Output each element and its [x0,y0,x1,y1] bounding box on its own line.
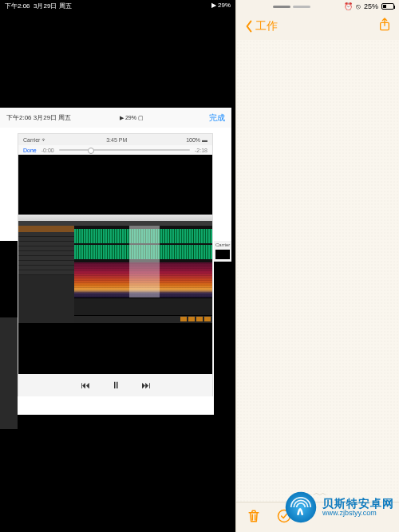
daw-waveform [74,226,212,262]
alarm-icon: ⏰ [344,2,353,10]
watermark: 贝斯特安卓网 www.zjbstyy.com [284,491,394,524]
prev-track-button[interactable]: ⏮ [81,380,90,391]
dnd-icon: ⦸ [356,2,361,11]
player-done-button[interactable]: Done [23,148,37,153]
notes-back-button[interactable]: 工作 [244,19,278,33]
media-player-card[interactable]: Carrier ᯤ 3:45 PM 100% ▬ Done -0:00 -2:1… [18,133,213,396]
notes-nav-bar: 工作 [236,13,399,40]
daw-screenshot [18,215,212,323]
player-video-area [18,155,212,374]
peek-carrier: Carrier [215,242,230,247]
modal-done-button[interactable]: 完成 [209,112,225,124]
svg-point-2 [286,492,317,523]
video-letterbox-top [18,155,212,215]
daw-editor-panel [74,226,212,323]
player-transport-controls: ⏮ ⏸ ⏭ [18,374,212,396]
watermark-logo-icon [284,491,318,524]
watermark-url: www.zjbstyy.com [322,510,394,517]
modal-header: 下午2:06 3月29日 周五 ▶ 29% ▢ 完成 [0,108,231,128]
chevron-left-icon [244,20,254,33]
daw-track-row [18,270,74,275]
modal-status-right: ▶ 29% ▢ [120,115,144,121]
battery-percent: 25% [364,2,378,10]
carousel-next-peek[interactable]: Carrier [214,241,231,504]
modal-status-left: 下午2:06 3月29日 周五 [6,113,71,122]
outer-ipad-status-bar: 下午2:06 3月29日 周五 ▶ 29% [0,0,235,11]
multitask-pill-icon[interactable] [293,6,310,8]
player-carrier: Carrier ᯤ [23,137,47,143]
player-scrubber[interactable] [59,149,190,151]
status-time: 下午2:06 3月29日 周五 [5,2,72,10]
player-time: 3:45 PM [106,137,127,143]
peek-mini-header: Carrier [214,241,231,262]
daw-window-titlebar [18,215,212,221]
player-remaining: -2:18 [195,148,207,153]
watermark-name: 贝斯特安卓网 [322,498,394,510]
notes-app-pane: ⏰ ⦸ 25% 工作 ︿︿ [235,0,399,532]
photo-browser-modal: 下午2:06 3月29日 周五 ▶ 29% ▢ 完成 Carrier Carri… [0,108,231,415]
waveform-selection [129,226,160,262]
next-track-button[interactable]: ⏭ [141,380,151,391]
player-status-bar: Carrier ᯤ 3:45 PM 100% ▬ [18,134,212,145]
status-indicators: ▶ 29% [211,2,231,10]
modal-inner-status: 下午2:06 3月29日 周五 [6,113,71,122]
left-split-pane: 下午2:06 3月29日 周五 ▶ 29% 下午2:06 3月29日 周五 ▶ … [0,0,235,532]
share-icon [378,17,391,33]
daw-status-bar [74,315,212,323]
player-elapsed: -0:00 [41,148,54,153]
battery-icon [381,3,394,10]
spectrogram-selection [129,262,160,298]
daw-track-panel [18,226,74,323]
daw-timeline-panel [74,298,212,315]
notes-delete-button[interactable] [246,508,262,527]
daw-body [18,226,212,323]
notes-share-button[interactable] [378,17,391,36]
notes-editor-body[interactable] [236,40,399,502]
ipad-status-bar-right: ⏰ ⦸ 25% [236,0,399,13]
trash-icon [246,508,262,524]
video-letterbox-bottom [18,323,212,374]
watermark-text: 贝斯特安卓网 www.zjbstyy.com [322,498,394,517]
multitask-pill-icon[interactable] [273,6,290,8]
daw-spectrogram [74,262,212,298]
notes-back-label: 工作 [255,19,278,33]
player-scrub-bar: Done -0:00 -2:18 [18,145,212,155]
player-battery: 100% ▬ [186,137,207,143]
carousel-prev-peek[interactable] [0,241,18,504]
daw-panel-header [18,226,74,232]
pause-button[interactable]: ⏸ [111,380,120,391]
